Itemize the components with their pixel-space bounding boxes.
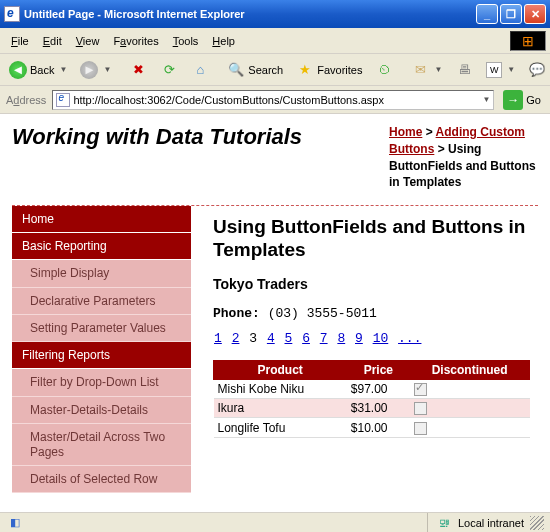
cell-disc xyxy=(410,418,530,437)
pager-9[interactable]: 9 xyxy=(355,331,363,346)
checkbox-unchecked[interactable] xyxy=(414,402,427,415)
status-bar: ◧ 🖳 Local intranet xyxy=(0,512,550,532)
sidebar-item-md-two[interactable]: Master/Detail Across Two Pages xyxy=(12,424,191,466)
products-grid: Product Price Discontinued Mishi Kobe Ni… xyxy=(213,360,530,438)
menu-help[interactable]: Help xyxy=(205,33,242,49)
search-button[interactable]: 🔍Search xyxy=(222,58,288,82)
sidebar-item-home[interactable]: Home xyxy=(12,206,191,233)
pager-6[interactable]: 6 xyxy=(302,331,310,346)
menu-file[interactable]: File xyxy=(4,33,36,49)
menu-view[interactable]: View xyxy=(69,33,107,49)
intranet-icon: 🖳 xyxy=(436,514,454,532)
col-discontinued: Discontinued xyxy=(410,360,530,379)
stop-button[interactable]: ✖ xyxy=(124,58,152,82)
phone-value: (03) 3555-5011 xyxy=(268,306,377,321)
sidebar-item-mdd[interactable]: Master-Details-Details xyxy=(12,397,191,424)
chevron-down-icon: ▼ xyxy=(103,65,111,74)
cell-disc xyxy=(410,379,530,398)
back-button[interactable]: ◄ Back ▼ xyxy=(4,58,72,82)
close-button[interactable]: ✕ xyxy=(524,4,546,24)
menu-bar: File Edit View Favorites Tools Help xyxy=(0,28,550,54)
discuss-icon: 💬 xyxy=(528,61,546,79)
home-icon: ⌂ xyxy=(191,61,209,79)
sidebar-item-filter-ddl[interactable]: Filter by Drop-Down List xyxy=(12,369,191,396)
stop-icon: ✖ xyxy=(129,61,147,79)
cell-price: $10.00 xyxy=(347,418,410,437)
resize-grip[interactable] xyxy=(530,516,544,530)
page-title: Working with Data Tutorials xyxy=(12,124,383,191)
menu-edit[interactable]: Edit xyxy=(36,33,69,49)
cell-product: Ikura xyxy=(214,399,347,418)
cell-disc xyxy=(410,399,530,418)
history-button[interactable]: ⏲ xyxy=(370,58,398,82)
breadcrumb: Home > Adding Custom Buttons > Using But… xyxy=(383,124,538,191)
article-title: Using ButtonFields and Buttons in Templa… xyxy=(213,216,530,262)
pager-7[interactable]: 7 xyxy=(320,331,328,346)
star-icon: ★ xyxy=(296,61,314,79)
pager-8[interactable]: 8 xyxy=(337,331,345,346)
ie-throbber-icon xyxy=(510,31,546,51)
refresh-icon: ⟳ xyxy=(160,61,178,79)
chevron-down-icon: ▼ xyxy=(507,65,515,74)
pager-more[interactable]: ... xyxy=(398,331,421,346)
home-button[interactable]: ⌂ xyxy=(186,58,214,82)
pager-5[interactable]: 5 xyxy=(285,331,293,346)
table-row: Longlife Tofu $10.00 xyxy=(214,418,530,437)
pager: 1 2 3 4 5 6 7 8 9 10 ... xyxy=(213,331,530,346)
page-icon: ◧ xyxy=(6,514,24,532)
forward-button[interactable]: ► ▼ xyxy=(75,58,116,82)
window-title: Untitled Page - Microsoft Internet Explo… xyxy=(24,8,476,20)
pager-2[interactable]: 2 xyxy=(232,331,240,346)
pager-10[interactable]: 10 xyxy=(373,331,389,346)
chevron-down-icon: ▼ xyxy=(434,65,442,74)
go-button[interactable]: → Go xyxy=(498,87,546,113)
sidebar: Home Basic Reporting Simple Display Decl… xyxy=(12,206,191,493)
favorites-button[interactable]: ★Favorites xyxy=(291,58,367,82)
sidebar-item-setting-param[interactable]: Setting Parameter Values xyxy=(12,315,191,342)
address-bar: Address ▼ → Go xyxy=(0,86,550,114)
sidebar-header-basic-reporting[interactable]: Basic Reporting xyxy=(12,233,191,260)
menu-favorites[interactable]: Favorites xyxy=(106,33,165,49)
pager-current: 3 xyxy=(249,331,257,346)
col-product: Product xyxy=(214,360,347,379)
sidebar-item-declarative-params[interactable]: Declarative Parameters xyxy=(12,288,191,315)
go-icon: → xyxy=(503,90,523,110)
window-titlebar: Untitled Page - Microsoft Internet Explo… xyxy=(0,0,550,28)
print-button[interactable]: 🖶 xyxy=(450,58,478,82)
chevron-down-icon: ▼ xyxy=(59,65,67,74)
table-row: Ikura $31.00 xyxy=(214,399,530,418)
pager-4[interactable]: 4 xyxy=(267,331,275,346)
company-name: Tokyo Traders xyxy=(213,276,530,292)
discuss-button[interactable]: 💬 xyxy=(523,58,550,82)
phone-line: Phone: (03) 3555-5011 xyxy=(213,306,530,321)
table-row: Mishi Kobe Niku $97.00 xyxy=(214,379,530,398)
edit-icon: W xyxy=(486,62,502,78)
mail-button[interactable]: ✉▼ xyxy=(406,58,447,82)
checkbox-checked[interactable] xyxy=(414,383,427,396)
cell-price: $31.00 xyxy=(347,399,410,418)
cell-product: Longlife Tofu xyxy=(214,418,347,437)
forward-icon: ► xyxy=(80,61,98,79)
breadcrumb-home[interactable]: Home xyxy=(389,125,422,139)
sidebar-header-filtering[interactable]: Filtering Reports xyxy=(12,342,191,369)
toolbar: ◄ Back ▼ ► ▼ ✖ ⟳ ⌂ 🔍Search ★Favorites ⏲ … xyxy=(0,54,550,86)
chevron-down-icon[interactable]: ▼ xyxy=(482,95,490,104)
sidebar-item-details-row[interactable]: Details of Selected Row xyxy=(12,466,191,493)
zone-label: Local intranet xyxy=(458,517,524,529)
minimize-button[interactable]: _ xyxy=(476,4,498,24)
phone-label: Phone: xyxy=(213,306,260,321)
maximize-button[interactable]: ❐ xyxy=(500,4,522,24)
cell-product: Mishi Kobe Niku xyxy=(214,379,347,398)
page-icon xyxy=(56,93,70,107)
edit-button[interactable]: W▼ xyxy=(481,59,520,81)
pager-1[interactable]: 1 xyxy=(214,331,222,346)
print-icon: 🖶 xyxy=(455,61,473,79)
history-icon: ⏲ xyxy=(375,61,393,79)
checkbox-unchecked[interactable] xyxy=(414,422,427,435)
menu-tools[interactable]: Tools xyxy=(166,33,206,49)
address-box[interactable]: ▼ xyxy=(52,90,494,110)
mail-icon: ✉ xyxy=(411,61,429,79)
sidebar-item-simple-display[interactable]: Simple Display xyxy=(12,260,191,287)
address-input[interactable] xyxy=(73,94,480,106)
refresh-button[interactable]: ⟳ xyxy=(155,58,183,82)
